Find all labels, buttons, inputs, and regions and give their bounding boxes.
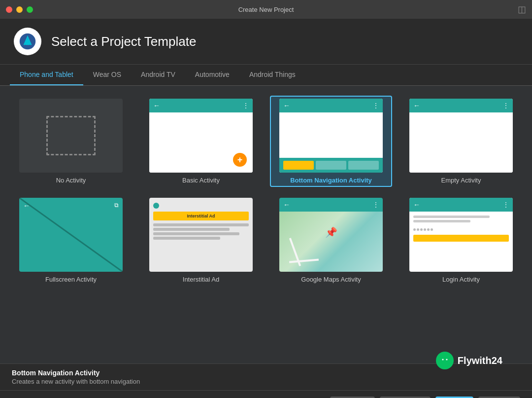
login-btn-thumb (413, 235, 509, 242)
empty-more-icon: ⋮ (503, 102, 509, 109)
ad-line-4 (153, 237, 220, 240)
template-label-bottom-nav: Bottom Navigation Activity (290, 177, 372, 184)
login-toolbar: ← ⋮ (409, 198, 513, 212)
template-thumb-empty: ← ⋮ (409, 99, 513, 173)
template-thumb-maps: ← ⋮ 📌 (279, 198, 383, 272)
template-label-fullscreen: Fullscreen Activity (45, 276, 97, 283)
templates-grid: No Activity ← ⋮ + Basic Activity ← ⋮ (10, 96, 522, 286)
more-icon: ⋮ (243, 102, 249, 109)
ad-dot (153, 203, 159, 209)
maps-toolbar: ← ⋮ (279, 198, 383, 212)
fab-icon: + (233, 153, 247, 167)
template-label-empty: Empty Activity (441, 177, 481, 184)
dot-3 (420, 228, 423, 231)
interstitial-ad-label: Interstitial Ad (153, 212, 249, 220)
minimize-button[interactable] (16, 6, 23, 13)
tab-android-tv[interactable]: Android TV (131, 65, 185, 85)
maps-body: 📌 (279, 212, 383, 272)
fullscreen-diagonal (19, 198, 123, 272)
template-label-interstitial: Interstitial Ad (183, 276, 219, 283)
login-back-icon: ← (413, 201, 420, 209)
window-controls (6, 6, 33, 13)
ad-line-1 (153, 223, 249, 226)
template-thumb-login: ← ⋮ (409, 198, 513, 272)
more-dots-icon: ⋮ (373, 102, 379, 109)
app-icon: ◫ (518, 4, 526, 15)
template-label-login: Login Activity (442, 276, 480, 283)
android-studio-logo (14, 28, 41, 55)
template-basic-activity[interactable]: ← ⋮ + Basic Activity (140, 96, 262, 187)
template-thumb-no-activity (19, 99, 123, 173)
tab-android-things[interactable]: Android Things (239, 65, 305, 85)
nav-item-2 (316, 161, 346, 170)
dot-4 (424, 228, 426, 231)
ad-line-3 (153, 232, 239, 235)
map-pin-icon: 📌 (325, 226, 337, 238)
template-no-activity[interactable]: No Activity (10, 96, 132, 187)
templates-content: No Activity ← ⋮ + Basic Activity ← ⋮ (0, 86, 532, 363)
template-bottom-nav[interactable]: ← ⋮ Bottom Navigation Activity (270, 96, 392, 187)
svg-line-3 (19, 198, 123, 272)
watermark-text: Flywith24 (458, 355, 502, 366)
tab-phone-tablet[interactable]: Phone and Tablet (10, 65, 83, 85)
page-header: Select a Project Template (0, 19, 532, 65)
empty-back-icon: ← (413, 102, 420, 109)
tab-automotive[interactable]: Automotive (185, 65, 239, 85)
svg-point-5 (446, 359, 447, 361)
svg-rect-2 (25, 42, 31, 45)
maximize-button[interactable] (27, 6, 33, 13)
bottom-nav-body (279, 112, 383, 158)
template-label-maps: Google Maps Activity (301, 276, 361, 283)
template-label-basic: Basic Activity (182, 177, 220, 184)
login-dots (409, 226, 513, 233)
dot-6 (431, 228, 433, 231)
ad-line-2 (153, 228, 230, 231)
template-label-no-activity: No Activity (56, 177, 86, 184)
dot-5 (427, 228, 430, 231)
template-login[interactable]: ← ⋮ Login Activity (400, 195, 522, 286)
maps-back-icon: ← (283, 201, 290, 209)
watermark-icon (436, 352, 454, 369)
back-icon: ← (283, 102, 290, 109)
nav-item-3 (348, 161, 379, 170)
watermark: Flywith24 (436, 352, 502, 369)
no-activity-placeholder (46, 116, 96, 155)
close-button[interactable] (6, 6, 12, 13)
template-thumb-bottom-nav: ← ⋮ (279, 99, 383, 173)
dot-1 (413, 228, 416, 231)
nav-item-1 (283, 161, 314, 170)
footer-actions: Cancel Previous Next Finish (0, 390, 532, 398)
titlebar: Create New Project ◫ (0, 0, 532, 19)
template-empty-activity[interactable]: ← ⋮ Empty Activity (400, 96, 522, 187)
empty-body (409, 112, 513, 173)
dot-2 (417, 228, 419, 231)
selected-title: Bottom Navigation Activity (12, 369, 520, 377)
selected-description: Creates a new activity with bottom navig… (12, 378, 520, 385)
template-interstitial-ad[interactable]: Interstitial Ad Interstitial Ad (140, 195, 262, 286)
bottom-nav-toolbar: ← ⋮ (279, 99, 383, 112)
bottom-nav-bar (279, 158, 383, 173)
template-google-maps[interactable]: ← ⋮ 📌 Google Maps Activity (270, 195, 392, 286)
ad-text-lines (153, 223, 249, 240)
page-title: Select a Project Template (51, 34, 196, 49)
empty-toolbar: ← ⋮ (409, 99, 513, 112)
template-thumb-basic: ← ⋮ + (149, 99, 253, 173)
basic-toolbar: ← ⋮ (149, 99, 253, 112)
window-title: Create New Project (238, 6, 294, 13)
tab-wear-os[interactable]: Wear OS (83, 65, 131, 85)
svg-point-4 (442, 359, 443, 361)
template-fullscreen[interactable]: ← ⧉ Fullscreen Activity (10, 195, 132, 286)
back-arrow-icon: ← (153, 102, 160, 109)
login-line-2 (413, 220, 470, 222)
maps-more-icon: ⋮ (373, 201, 379, 208)
login-more-icon: ⋮ (503, 201, 509, 208)
category-tabs: Phone and Tablet Wear OS Android TV Auto… (0, 65, 532, 86)
template-thumb-interstitial: Interstitial Ad (149, 198, 253, 272)
map-road-2 (289, 258, 319, 263)
login-lines (409, 212, 513, 226)
login-line-1 (413, 216, 490, 218)
template-thumb-fullscreen: ← ⧉ (19, 198, 123, 272)
